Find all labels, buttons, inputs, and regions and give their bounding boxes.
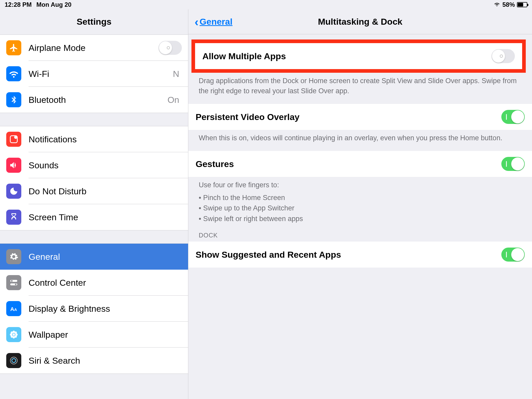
- sidebar-item-siri-search[interactable]: Siri & Search: [0, 348, 188, 374]
- highlight-box: Allow Multiple Apps: [191, 39, 526, 73]
- sidebar-item-label: Do Not Disturb: [29, 186, 182, 196]
- moon-icon: [6, 184, 21, 199]
- svg-point-1: [14, 136, 17, 139]
- sidebar-item-wi-fi[interactable]: Wi-FiN: [0, 61, 188, 87]
- footer-video-overlay: When this is on, videos will continue pl…: [188, 130, 532, 143]
- toggle-gestures[interactable]: [501, 157, 525, 171]
- status-bar: 12:28 PM Mon Aug 20 58%: [0, 0, 532, 9]
- row-label: Allow Multiple Apps: [202, 51, 491, 61]
- toggle-persistent-video-overlay[interactable]: [501, 110, 525, 124]
- footer-gestures-intro: Use four or five fingers to:: [188, 177, 532, 190]
- settings-sidebar: Settings Airplane ModeWi-FiNBluetoothOnN…: [0, 9, 188, 399]
- sidebar-item-label: Wi-Fi: [29, 69, 173, 79]
- sidebar-item-notifications[interactable]: Notifications: [0, 126, 188, 152]
- back-label: General: [200, 17, 232, 27]
- detail-pane: ‹ General Multitasking & Dock Allow Mult…: [188, 9, 532, 399]
- svg-text:A: A: [10, 306, 14, 312]
- sidebar-item-value: On: [168, 95, 179, 105]
- sidebar-item-label: Control Center: [29, 278, 182, 288]
- gesture-bullets: Pinch to the Home ScreenSwipe up to the …: [188, 190, 532, 224]
- row-label: Show Suggested and Recent Apps: [196, 250, 501, 260]
- status-time: 12:28 PM: [5, 1, 32, 8]
- svg-point-8: [13, 334, 15, 336]
- siri-icon: [6, 353, 21, 368]
- switches-icon: [6, 275, 21, 290]
- gesture-bullet: Swipe up to the App Switcher: [199, 203, 522, 214]
- sidebar-title: Settings: [0, 9, 188, 35]
- section-header-dock: DOCK: [188, 224, 532, 242]
- back-button[interactable]: ‹ General: [195, 16, 232, 28]
- airplane-icon: [6, 40, 21, 55]
- gesture-bullet: Swipe left or right between apps: [199, 214, 522, 224]
- detail-title: Multitasking & Dock: [188, 17, 532, 27]
- svg-point-18: [12, 359, 16, 363]
- sidebar-item-do-not-disturb[interactable]: Do Not Disturb: [0, 178, 188, 204]
- sidebar-item-screen-time[interactable]: Screen Time: [0, 204, 188, 230]
- toggle-airplane-mode[interactable]: [158, 41, 182, 55]
- svg-point-14: [15, 331, 17, 334]
- row-persistent-video-overlay[interactable]: Persistent Video Overlay: [188, 104, 532, 130]
- sidebar-item-label: Bluetooth: [29, 95, 168, 105]
- svg-point-5: [15, 284, 17, 285]
- row-label: Gestures: [196, 159, 501, 169]
- battery-percent: 58%: [502, 1, 515, 8]
- notifications-icon: [6, 132, 21, 147]
- sounds-icon: [6, 158, 21, 173]
- battery-icon: [517, 2, 527, 7]
- svg-point-15: [11, 335, 13, 338]
- svg-point-3: [11, 280, 13, 282]
- aa-icon: AA: [6, 301, 21, 316]
- sidebar-item-bluetooth[interactable]: BluetoothOn: [0, 87, 188, 113]
- footer-allow-multiple: Drag applications from the Dock or Home …: [188, 73, 532, 96]
- wifi-icon: [494, 1, 500, 8]
- svg-point-13: [11, 331, 13, 334]
- sidebar-item-label: Notifications: [29, 134, 182, 144]
- sidebar-item-wallpaper[interactable]: Wallpaper: [0, 322, 188, 348]
- flower-icon: [6, 327, 21, 342]
- sidebar-item-control-center[interactable]: Control Center: [0, 270, 188, 296]
- sidebar-item-label: Sounds: [29, 160, 182, 170]
- toggle-allow-multiple-apps[interactable]: [491, 49, 515, 63]
- row-show-suggested-recent-apps[interactable]: Show Suggested and Recent Apps: [188, 242, 532, 268]
- row-allow-multiple-apps[interactable]: Allow Multiple Apps: [195, 43, 522, 69]
- hourglass-icon: [6, 210, 21, 225]
- gear-icon: [6, 249, 21, 264]
- detail-header: ‹ General Multitasking & Dock: [188, 9, 532, 34]
- gesture-bullet: Pinch to the Home Screen: [199, 192, 522, 203]
- sidebar-item-label: General: [29, 252, 182, 262]
- sidebar-item-display-brightness[interactable]: AADisplay & Brightness: [0, 296, 188, 322]
- sidebar-item-label: Wallpaper: [29, 330, 182, 340]
- sidebar-item-general[interactable]: General: [0, 244, 188, 270]
- sidebar-item-airplane-mode[interactable]: Airplane Mode: [0, 35, 188, 61]
- sidebar-item-sounds[interactable]: Sounds: [0, 152, 188, 178]
- wifi-icon: [6, 66, 21, 81]
- sidebar-item-label: Screen Time: [29, 212, 182, 222]
- svg-text:A: A: [14, 307, 17, 312]
- sidebar-item-label: Airplane Mode: [29, 43, 158, 53]
- bluetooth-icon: [6, 92, 21, 107]
- row-label: Persistent Video Overlay: [196, 112, 501, 122]
- sidebar-item-value: N: [173, 69, 179, 79]
- sidebar-item-label: Siri & Search: [29, 356, 182, 366]
- toggle-show-suggested-recent-apps[interactable]: [501, 248, 525, 262]
- svg-point-17: [10, 357, 17, 364]
- svg-point-16: [15, 335, 17, 338]
- chevron-left-icon: ‹: [195, 16, 198, 28]
- row-gestures[interactable]: Gestures: [188, 151, 532, 177]
- status-date: Mon Aug 20: [36, 1, 71, 8]
- sidebar-item-label: Display & Brightness: [29, 304, 182, 314]
